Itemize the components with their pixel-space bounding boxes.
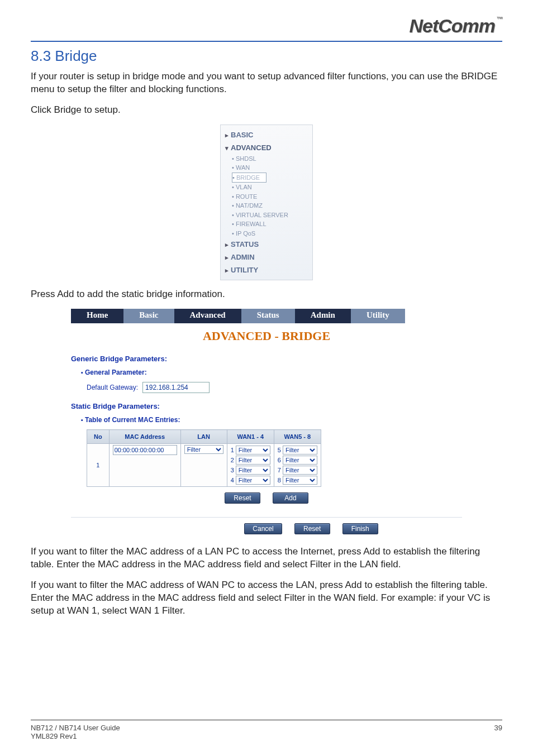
tab-status[interactable]: Status xyxy=(241,309,295,323)
footer-page-number: 39 xyxy=(494,724,502,740)
tab-home[interactable]: Home xyxy=(71,309,123,323)
intro-paragraph: If your router is setup in bridge mode a… xyxy=(31,70,502,96)
col-wan14: WAN1 - 4 xyxy=(227,430,274,444)
tab-bar: Home Basic Advanced Status Admin Utility xyxy=(71,309,462,323)
footer-guide: NB712 / NB714 User Guide xyxy=(31,724,120,732)
wan8-select[interactable]: Filter xyxy=(283,476,317,485)
general-parameter-label: General Parameter: xyxy=(81,369,462,376)
tab-basic[interactable]: Basic xyxy=(123,309,174,323)
wan-num: 1 xyxy=(231,447,234,453)
table-row: 1 Filter 1Filter 2Filter 3Filter 4Filter xyxy=(87,444,321,487)
col-lan: LAN xyxy=(180,430,227,444)
add-button[interactable]: Add xyxy=(273,492,308,504)
caret-right-icon: ▸ xyxy=(225,254,229,261)
nav-advanced[interactable]: ▾ADVANCED xyxy=(224,141,309,154)
nav-sidebar: ▸BASIC ▾ADVANCED SHDSL WAN BRIDGE VLAN R… xyxy=(220,125,313,281)
trademark: ™ xyxy=(496,15,502,23)
wan4-select[interactable]: Filter xyxy=(236,476,270,485)
page-footer: NB712 / NB714 User Guide YML829 Rev1 39 xyxy=(31,720,502,740)
header-logo-row: NetComm™ xyxy=(31,11,502,42)
nav-basic[interactable]: ▸BASIC xyxy=(224,128,309,141)
config-panel: Home Basic Advanced Status Admin Utility… xyxy=(71,309,462,538)
lan-filter-paragraph: If you want to filter the MAC address of… xyxy=(31,546,502,571)
wan3-select[interactable]: Filter xyxy=(236,466,270,475)
tab-utility[interactable]: Utility xyxy=(351,309,405,323)
nav-sub-wan[interactable]: WAN xyxy=(232,163,309,173)
wan-num: 7 xyxy=(278,467,281,473)
nav-sub-ipqos[interactable]: IP QoS xyxy=(232,229,309,238)
nav-status[interactable]: ▸STATUS xyxy=(224,238,309,251)
wan5-select[interactable]: Filter xyxy=(283,446,317,454)
col-no: No xyxy=(87,430,110,444)
page-title: ADVANCED - BRIDGE xyxy=(71,323,462,351)
brand-logo: NetComm™ xyxy=(409,15,502,37)
wan-num: 6 xyxy=(278,457,281,463)
lan-select[interactable]: Filter xyxy=(184,445,223,454)
cell-no: 1 xyxy=(87,444,110,487)
footer-rev: YML829 Rev1 xyxy=(31,732,120,740)
col-wan58: WAN5 - 8 xyxy=(274,430,321,444)
mac-entries-table: No MAC Address LAN WAN1 - 4 WAN5 - 8 1 F… xyxy=(87,429,321,487)
mac-table-label: Table of Current MAC Entries: xyxy=(81,416,462,424)
default-gateway-input[interactable] xyxy=(142,382,210,393)
nav-sub-route[interactable]: ROUTE xyxy=(232,192,309,202)
reset-button-small[interactable]: Reset xyxy=(225,492,260,504)
footer-left: NB712 / NB714 User Guide YML829 Rev1 xyxy=(31,724,120,740)
default-gateway-label: Default Gateway: xyxy=(87,384,138,391)
wan6-select[interactable]: Filter xyxy=(283,456,317,465)
nav-advanced-sub: SHDSL WAN BRIDGE VLAN ROUTE NAT/DMZ VIRT… xyxy=(224,154,309,238)
finish-button[interactable]: Finish xyxy=(342,523,378,534)
divider xyxy=(71,517,462,518)
wan-num: 4 xyxy=(231,477,234,484)
wan-num: 3 xyxy=(231,467,234,473)
nav-sub-virtual-server[interactable]: VIRTUAL SERVER xyxy=(232,210,309,220)
wan1-select[interactable]: Filter xyxy=(236,446,270,454)
default-gateway-row: Default Gateway: xyxy=(87,382,462,393)
brand-logo-text: NetComm xyxy=(409,15,495,36)
nav-sub-natdmz[interactable]: NAT/DMZ xyxy=(232,201,309,210)
nav-sub-bridge[interactable]: BRIDGE xyxy=(232,173,266,183)
generic-bridge-label: Generic Bridge Parameters: xyxy=(71,355,462,363)
nav-utility[interactable]: ▸UTILITY xyxy=(224,264,309,276)
wan-num: 5 xyxy=(278,447,281,453)
wan-filter-paragraph: If you want to filter the MAC address of… xyxy=(31,579,502,618)
mac-address-input[interactable] xyxy=(113,445,177,455)
static-bridge-label: Static Bridge Parameters: xyxy=(71,402,462,410)
col-mac: MAC Address xyxy=(109,430,180,444)
click-bridge-paragraph: Click Bridge to setup. xyxy=(31,104,502,117)
tab-advanced[interactable]: Advanced xyxy=(174,309,241,323)
nav-sub-vlan[interactable]: VLAN xyxy=(232,183,309,192)
cancel-button[interactable]: Cancel xyxy=(244,523,282,534)
press-add-paragraph: Press Add to add the static bridge infor… xyxy=(31,288,502,301)
section-title: 8.3 Bridge xyxy=(31,47,502,65)
wan7-select[interactable]: Filter xyxy=(283,466,317,475)
nav-sub-shdsl[interactable]: SHDSL xyxy=(232,154,309,164)
caret-right-icon: ▸ xyxy=(225,241,229,248)
caret-down-icon: ▾ xyxy=(225,145,229,151)
wan-num: 2 xyxy=(231,457,234,463)
wan-num: 8 xyxy=(278,477,281,484)
tab-admin[interactable]: Admin xyxy=(295,309,351,323)
caret-right-icon: ▸ xyxy=(225,267,229,274)
caret-right-icon: ▸ xyxy=(225,132,229,138)
nav-admin[interactable]: ▸ADMIN xyxy=(224,251,309,264)
reset-button[interactable]: Reset xyxy=(294,523,330,534)
nav-sub-firewall[interactable]: FIREWALL xyxy=(232,219,309,229)
wan2-select[interactable]: Filter xyxy=(236,456,270,465)
